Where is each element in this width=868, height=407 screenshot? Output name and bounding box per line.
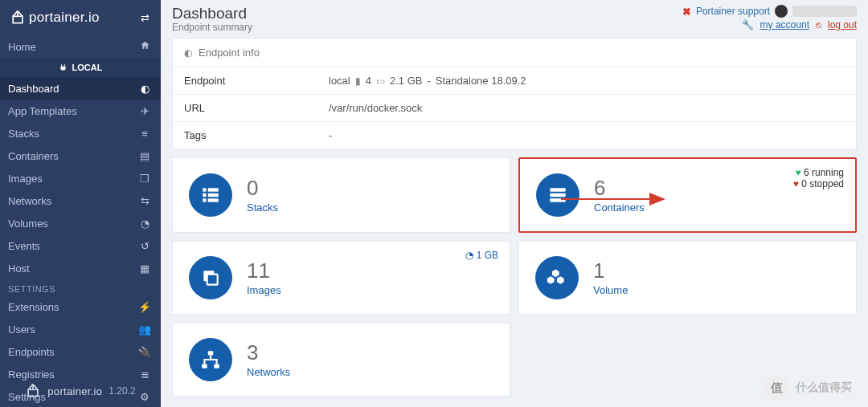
- home-icon: [138, 40, 151, 53]
- logo-icon: [10, 10, 26, 26]
- sidebar-item-endpoints[interactable]: Endpoints🔌: [0, 340, 161, 363]
- sidebar-item-images[interactable]: Images❐: [0, 167, 161, 189]
- sidebar-item-dashboard[interactable]: Dashboard◐: [0, 77, 161, 100]
- th-list-icon: [189, 173, 232, 217]
- support-x-icon: ✖: [682, 6, 691, 18]
- sidebar-item-registries[interactable]: Registries≣: [0, 363, 161, 385]
- info-row-endpoint: Endpoint local ▮4 ▭2.1 GB - Standalone 1…: [173, 67, 856, 95]
- endpoint-info-panel: ◐ Endpoint info Endpoint local ▮4 ▭2.1 G…: [172, 38, 857, 149]
- sidebar-item-home[interactable]: Home: [0, 35, 161, 58]
- server-icon: ▤: [138, 150, 151, 162]
- list-icon: ≡: [138, 128, 151, 140]
- svg-rect-0: [13, 16, 23, 22]
- svg-rect-1: [29, 389, 39, 396]
- sidebar-logo[interactable]: portainer.io ⇄: [0, 0, 161, 35]
- tile-stacks[interactable]: 0 Stacks: [172, 157, 510, 233]
- topbar: Dashboard Endpoint summary ✖ Portainer s…: [172, 5, 857, 33]
- version-text: 1.20.2: [108, 385, 135, 397]
- sidebar-settings-header: SETTINGS: [0, 279, 161, 295]
- watermark-badge: 值: [764, 375, 789, 401]
- clone-icon: ❐: [138, 173, 151, 185]
- logo-icon: [25, 383, 41, 399]
- cubes-icon: [535, 256, 579, 299]
- info-row-url: URL /var/run/docker.sock: [173, 95, 856, 122]
- my-account-link[interactable]: my account: [760, 19, 809, 31]
- tachometer-icon: ◐: [184, 47, 192, 59]
- logout-link[interactable]: log out: [828, 19, 857, 31]
- sitemap-icon: ⇆: [138, 195, 151, 207]
- plug-icon: [59, 63, 68, 72]
- sidebar-item-volumes[interactable]: Volumes◔: [0, 212, 161, 234]
- dashboard-tiles: 0 Stacks 6 Containers ♥ 6 running ♥ 0 st…: [172, 157, 857, 397]
- svg-rect-14: [202, 364, 207, 368]
- svg-rect-15: [214, 364, 219, 368]
- svg-rect-12: [207, 275, 218, 285]
- svg-rect-13: [208, 351, 214, 355]
- avatar[interactable]: [775, 5, 788, 18]
- wrench-icon: 🔧: [742, 19, 754, 31]
- sidebar-item-stacks[interactable]: Stacks≡: [0, 122, 161, 144]
- sidebar-footer: portainer.io 1.20.2: [0, 383, 161, 399]
- logout-icon: ⎋: [816, 19, 821, 31]
- top-right: ✖ Portainer support 🔧my account ⎋log out: [682, 5, 857, 31]
- server-icon: [536, 173, 579, 217]
- info-row-tags: Tags -: [173, 122, 856, 149]
- svg-rect-5: [208, 193, 219, 197]
- sidebar-item-host[interactable]: Host▦: [0, 257, 161, 279]
- hdd-icon: ◔: [138, 218, 151, 230]
- sidebar-section-local: LOCAL: [0, 58, 161, 77]
- collapse-icon[interactable]: ⇄: [138, 12, 151, 24]
- svg-rect-10: [550, 198, 566, 201]
- main: Dashboard Endpoint summary ✖ Portainer s…: [161, 0, 868, 407]
- heartbeat-running-icon: ♥: [795, 167, 800, 178]
- tachometer-icon: ◐: [138, 83, 151, 95]
- th-icon: ▦: [138, 263, 151, 275]
- clone-icon: [189, 256, 232, 299]
- tile-networks[interactable]: 3 Networks: [172, 323, 510, 397]
- svg-rect-3: [208, 188, 219, 191]
- svg-rect-2: [203, 188, 206, 191]
- container-stats: ♥ 6 running ♥ 0 stopped: [793, 167, 844, 189]
- sidebar-item-app-templates[interactable]: App Templates✈: [0, 100, 161, 122]
- chart-pie-icon: ◔: [465, 250, 473, 261]
- username: [792, 6, 857, 17]
- svg-rect-9: [550, 193, 566, 197]
- support-link[interactable]: Portainer support: [696, 6, 770, 17]
- tile-volumes[interactable]: 1 Volume: [518, 241, 857, 315]
- svg-rect-7: [208, 198, 219, 201]
- rocket-icon: ✈: [138, 105, 151, 117]
- brand-text: portainer.io: [29, 10, 100, 26]
- page-title: Dashboard: [172, 5, 252, 22]
- sidebar-item-events[interactable]: Events↺: [0, 234, 161, 257]
- sidebar: portainer.io ⇄ Home LOCAL Dashboard◐ App…: [0, 0, 161, 407]
- sidebar-item-networks[interactable]: Networks⇆: [0, 189, 161, 212]
- heartbeat-stopped-icon: ♥: [793, 178, 799, 189]
- users-icon: 👥: [138, 324, 151, 336]
- watermark: 值 什么值得买: [764, 375, 852, 401]
- sidebar-item-users[interactable]: Users👥: [0, 318, 161, 340]
- svg-rect-4: [203, 193, 206, 197]
- svg-rect-8: [550, 188, 566, 191]
- svg-rect-6: [203, 198, 206, 201]
- microchip-icon: ▮: [355, 75, 361, 87]
- images-size: ◔ 1 GB: [465, 250, 498, 261]
- sidebar-item-containers[interactable]: Containers▤: [0, 144, 161, 167]
- history-icon: ↺: [138, 240, 151, 252]
- database-icon: ≣: [138, 368, 151, 381]
- endpoint-info-header: ◐ Endpoint info: [173, 39, 856, 67]
- tile-containers[interactable]: 6 Containers ♥ 6 running ♥ 0 stopped: [518, 157, 857, 233]
- sitemap-icon: [189, 338, 232, 381]
- sidebar-item-extensions[interactable]: Extensions⚡: [0, 295, 161, 318]
- memory-icon: ▭: [376, 75, 385, 87]
- plug-icon: 🔌: [138, 346, 151, 358]
- page-subtitle: Endpoint summary: [172, 22, 252, 33]
- bolt-icon: ⚡: [138, 301, 151, 313]
- tile-images[interactable]: 11 Images ◔ 1 GB: [172, 241, 510, 315]
